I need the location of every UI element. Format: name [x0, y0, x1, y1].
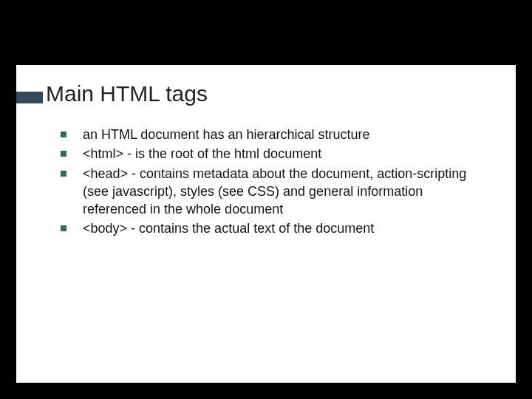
- list-item: <html> - is the root of the html documen…: [61, 145, 489, 163]
- list-item-text: <html> - is the root of the html documen…: [83, 145, 321, 163]
- square-bullet-icon: [61, 171, 66, 177]
- list-item: an HTML document has an hierarchical str…: [61, 126, 489, 143]
- slide: Main HTML tags an HTML document has an h…: [16, 65, 516, 383]
- list-item: <head> - contains metadata about the doc…: [61, 165, 489, 219]
- list-item: <body> - contains the actual text of the…: [61, 219, 489, 237]
- title-accent-bar: [16, 92, 43, 103]
- list-item-text: <head> - contains metadata about the doc…: [83, 165, 489, 219]
- slide-title: Main HTML tags: [46, 81, 516, 106]
- list-item-text: <body> - contains the actual text of the…: [83, 219, 374, 237]
- square-bullet-icon: [61, 225, 66, 231]
- title-wrap: Main HTML tags: [16, 65, 516, 111]
- square-bullet-icon: [61, 132, 66, 137]
- list-item-text: an HTML document has an hierarchical str…: [83, 126, 370, 143]
- slide-body: an HTML document has an hierarchical str…: [16, 111, 516, 238]
- square-bullet-icon: [61, 151, 66, 157]
